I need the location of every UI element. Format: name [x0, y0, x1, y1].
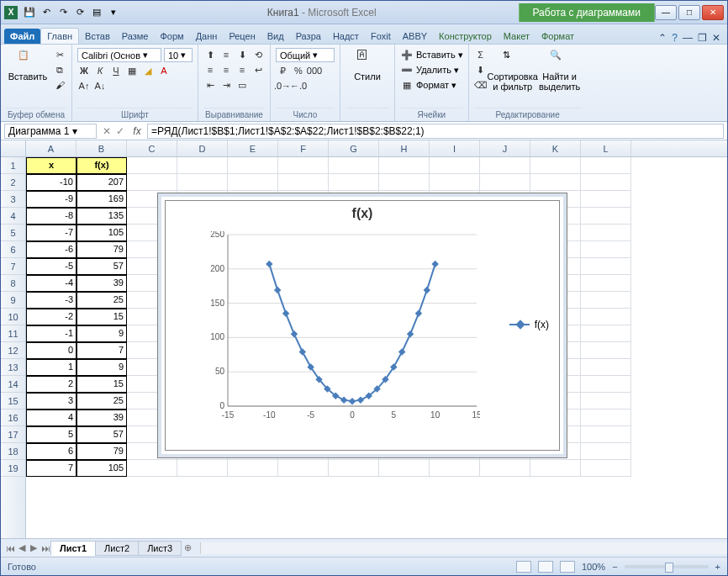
formula-input[interactable]: =РЯД(Лист1!$B$1;Лист1!$A$2:$A$22;Лист1!$… — [147, 124, 724, 139]
tab-file[interactable]: Файл — [4, 29, 40, 44]
col-header-I[interactable]: I — [430, 140, 480, 156]
col-header-G[interactable]: G — [329, 140, 379, 156]
align-left-icon[interactable]: ≡ — [203, 63, 217, 77]
cell[interactable] — [581, 157, 631, 174]
tab-view[interactable]: Вид — [261, 29, 290, 44]
decrease-decimal-icon[interactable]: ←.0 — [292, 79, 305, 92]
wrap-text-icon[interactable]: ↩ — [251, 63, 265, 77]
undo-icon[interactable]: ↶ — [40, 6, 53, 19]
cell[interactable]: -8 — [26, 208, 76, 225]
row-header[interactable]: 18 — [1, 443, 25, 460]
find-select-button[interactable]: 🔍 Найти и выделить — [538, 48, 582, 93]
view-page-layout-icon[interactable] — [538, 561, 553, 573]
paste-button[interactable]: 📋 Вставить — [6, 48, 50, 83]
sheet-nav-first-icon[interactable]: ⏮ — [4, 543, 16, 553]
cell[interactable]: 1 — [26, 359, 76, 376]
cell[interactable]: 0 — [26, 342, 76, 359]
name-box[interactable]: Диаграмма 1 ▾ — [4, 124, 97, 139]
cell[interactable]: -5 — [26, 258, 76, 275]
font-name-select[interactable]: Calibri (Основ ▾ — [77, 48, 161, 62]
cell[interactable] — [581, 275, 631, 292]
cell[interactable] — [581, 460, 631, 477]
tab-data[interactable]: Данн — [190, 29, 224, 44]
cell[interactable]: 135 — [76, 208, 127, 225]
cell[interactable]: 105 — [76, 460, 127, 477]
increase-indent-icon[interactable]: ⇥ — [219, 78, 233, 92]
cell[interactable]: -10 — [26, 174, 76, 191]
cell[interactable] — [228, 157, 278, 174]
col-header-B[interactable]: B — [76, 140, 127, 156]
row-header[interactable]: 9 — [1, 292, 25, 309]
chart-object[interactable]: f(x) 050100150200250-15-10-5051015 f(x) — [157, 193, 567, 458]
qat-more-icon[interactable]: ▾ — [107, 6, 120, 19]
view-page-break-icon[interactable] — [560, 561, 575, 573]
chart-title[interactable]: f(x) — [166, 201, 559, 226]
view-normal-icon[interactable] — [516, 561, 531, 573]
cell[interactable] — [127, 174, 177, 191]
cell[interactable]: 7 — [76, 342, 127, 359]
row-header[interactable]: 17 — [1, 426, 25, 443]
cells-delete-button[interactable]: ➖Удалить ▾ — [400, 63, 459, 77]
cell[interactable] — [581, 325, 631, 342]
col-header-L[interactable]: L — [581, 140, 631, 156]
styles-button[interactable]: 🄰 Стили — [346, 48, 389, 83]
cell[interactable] — [530, 460, 581, 477]
cell[interactable]: 79 — [76, 443, 127, 460]
align-bottom-icon[interactable]: ⬇ — [235, 48, 249, 61]
cell[interactable]: 4 — [26, 410, 76, 426]
cell[interactable]: 207 — [76, 174, 127, 191]
cell[interactable]: 15 — [76, 309, 127, 325]
cell[interactable] — [480, 157, 530, 174]
cell[interactable] — [379, 460, 430, 477]
tab-page-layout[interactable]: Разме — [116, 29, 155, 44]
cut-icon[interactable]: ✂ — [53, 48, 66, 61]
chart-legend[interactable]: f(x) — [509, 319, 549, 330]
maximize-button[interactable]: □ — [678, 5, 700, 20]
tab-chart-design[interactable]: Конструктор — [433, 29, 498, 44]
cell[interactable] — [581, 342, 631, 359]
row-header[interactable]: 8 — [1, 275, 25, 292]
cell[interactable]: 5 — [26, 426, 76, 443]
row-header[interactable]: 2 — [1, 174, 25, 191]
zoom-slider[interactable] — [625, 565, 709, 568]
tab-insert[interactable]: Встав — [79, 29, 116, 44]
copy-icon[interactable]: ⧉ — [53, 63, 66, 77]
cell[interactable]: f(x) — [76, 157, 127, 174]
cell[interactable] — [530, 157, 581, 174]
sheet-tab-1[interactable]: Лист1 — [50, 541, 96, 556]
cells-insert-button[interactable]: ➕Вставить ▾ — [400, 48, 463, 61]
cell[interactable] — [127, 460, 177, 477]
font-color-button[interactable]: A — [157, 64, 171, 77]
col-header-C[interactable]: C — [127, 140, 177, 156]
cell[interactable] — [177, 174, 228, 191]
cell[interactable] — [278, 157, 329, 174]
doc-close-icon[interactable]: ✕ — [712, 32, 720, 44]
tab-foxit[interactable]: Foxit — [365, 29, 397, 44]
bold-button[interactable]: Ж — [77, 64, 91, 77]
sheet-tab-2[interactable]: Лист2 — [95, 541, 139, 556]
cells-format-button[interactable]: ▦Формат ▾ — [400, 78, 456, 92]
close-button[interactable]: ✕ — [702, 5, 724, 20]
refresh-icon[interactable]: ⟳ — [73, 6, 87, 19]
border-button[interactable]: ▦ — [125, 64, 139, 77]
save-icon[interactable]: 💾 — [23, 6, 36, 19]
row-header[interactable]: 11 — [1, 325, 25, 342]
sort-filter-button[interactable]: ⇅ Сортировка и фильтр — [491, 48, 535, 93]
cell[interactable]: -2 — [26, 309, 76, 325]
cell[interactable] — [480, 460, 530, 477]
tab-developer[interactable]: Разра — [290, 29, 327, 44]
col-header-D[interactable]: D — [177, 140, 228, 156]
cell[interactable] — [530, 174, 581, 191]
col-header-H[interactable]: H — [379, 140, 430, 156]
zoom-out-icon[interactable]: − — [612, 562, 617, 572]
cell[interactable]: 2 — [26, 376, 76, 393]
cell[interactable] — [581, 393, 631, 410]
horizontal-scrollbar[interactable] — [200, 542, 727, 554]
cell[interactable]: 57 — [76, 426, 127, 443]
print-icon[interactable]: ▤ — [90, 6, 103, 19]
row-header[interactable]: 10 — [1, 309, 25, 325]
row-header[interactable]: 3 — [1, 191, 25, 208]
cell[interactable] — [430, 157, 480, 174]
cell[interactable]: -1 — [26, 325, 76, 342]
cell[interactable] — [581, 241, 631, 258]
